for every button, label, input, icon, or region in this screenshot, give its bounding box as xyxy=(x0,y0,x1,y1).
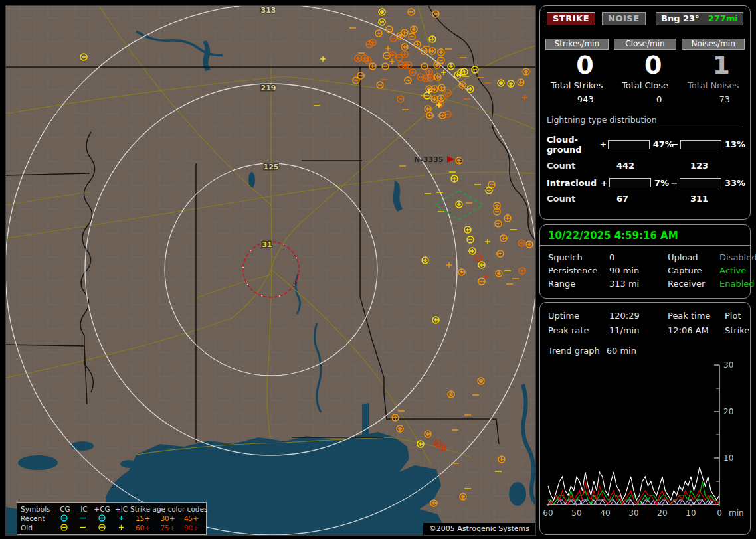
ring-label-125: 125 xyxy=(264,163,279,171)
age-30: 30+ xyxy=(155,514,180,523)
age-75: 75+ xyxy=(155,523,180,532)
svg-text:min: min xyxy=(729,508,744,518)
svg-text:30: 30 xyxy=(628,508,638,518)
status-label: Receiver xyxy=(668,279,719,289)
total-strikes-value: 943 xyxy=(545,94,609,104)
svg-text:30: 30 xyxy=(723,360,733,370)
svg-text:20: 20 xyxy=(657,508,667,518)
ic-negative-pct: 33% xyxy=(723,178,743,188)
status-value: Active xyxy=(719,266,756,275)
peak-rate-label: Peak rate xyxy=(548,325,609,335)
ic-positive-bar xyxy=(609,178,651,187)
distribution-title: Lightning type distribution xyxy=(547,115,743,127)
bearing-distance: 277mi xyxy=(708,13,738,23)
legend-age-header: Strike age color codes xyxy=(130,504,203,514)
legend-col-ic-pos: +IC xyxy=(112,504,130,514)
bearing-display: Bng 23° 277mi xyxy=(656,12,743,25)
plot-type-value: Strike xyxy=(725,325,749,335)
age-90: 90+ xyxy=(180,523,203,532)
status-label: Squelch xyxy=(548,252,609,262)
status-grid: Squelch0UploadDisabledPersistence90 minC… xyxy=(540,246,750,289)
ring-label-31: 31 xyxy=(262,240,272,249)
ic-positive-count: 67 xyxy=(616,194,690,204)
status-value: 0 xyxy=(609,252,668,262)
legend-col-cg-neg: -CG xyxy=(54,504,74,514)
trend-window-value: 60 min xyxy=(607,346,636,356)
count-label: Count xyxy=(547,194,616,204)
app-root: { "header": { "strike_button": "STRIKE",… xyxy=(0,0,756,539)
strike-counter-panel: STRIKE NOISE Bng 23° 277mi Strikes/min 0… xyxy=(539,5,751,220)
status-panel: 10/22/2025 4:59:16 AM Squelch0UploadDisa… xyxy=(539,224,751,299)
minus-icon xyxy=(78,523,87,532)
trend-graph: 1020306050403020100min xyxy=(543,357,749,524)
svg-text:0: 0 xyxy=(717,508,722,518)
cloud-ground-row: Cloud-ground + 47% − 13% xyxy=(547,135,743,155)
noises-per-min-value: 1 xyxy=(682,52,745,79)
status-value: 90 min xyxy=(609,266,668,275)
plot-label: Plot xyxy=(725,311,749,321)
svg-text:10: 10 xyxy=(686,508,696,518)
age-45: 45+ xyxy=(180,514,203,523)
copyright-text: ©2005 Astrogenic Systems xyxy=(423,523,535,535)
status-value: 313 mi xyxy=(609,279,668,289)
cg-negative-pct: 13% xyxy=(723,139,743,149)
legend-col-ic-neg: -IC xyxy=(74,504,92,514)
cg-positive-count: 442 xyxy=(616,161,690,171)
plus-sign: + xyxy=(601,178,607,188)
strikes-per-min-label: Strikes/min xyxy=(545,38,609,50)
cloud-ground-count-row: Count 442 123 xyxy=(547,161,743,171)
stats-grid: Uptime 120:29 Peak time Plot Peak rate 1… xyxy=(540,303,750,335)
legend-symbols-header: Symbols xyxy=(21,504,54,514)
strike-toggle-button[interactable]: STRIKE xyxy=(547,12,595,25)
count-label: Count xyxy=(547,161,616,171)
svg-text:50: 50 xyxy=(571,508,581,518)
status-value: Enabled xyxy=(719,279,756,289)
close-per-min-label: Close/min xyxy=(614,38,677,50)
intracloud-count-row: Count 67 311 xyxy=(547,194,743,204)
uptime-value: 120:29 xyxy=(609,311,668,321)
svg-text:20: 20 xyxy=(723,407,733,416)
uptime-label: Uptime xyxy=(548,311,609,321)
circle-plus-icon xyxy=(98,514,106,522)
noises-per-min-label: Noises/min xyxy=(682,38,745,50)
total-strikes-label: Total Strikes xyxy=(545,80,609,90)
strikes-per-min-value: 0 xyxy=(545,52,609,79)
noise-toggle-button[interactable]: NOISE xyxy=(602,12,646,25)
status-label: Upload xyxy=(668,252,719,262)
peak-rate-value: 11/min xyxy=(609,325,668,335)
svg-text:10: 10 xyxy=(723,453,733,463)
plus-sign: + xyxy=(599,139,606,149)
ic-negative-count: 311 xyxy=(690,194,708,204)
strikes-per-min-column: Strikes/min 0 Total Strikes 943 xyxy=(545,38,609,104)
plus-icon xyxy=(117,514,126,522)
ic-positive-pct: 7% xyxy=(653,178,671,188)
circle-minus-icon xyxy=(60,514,68,522)
peak-time-label: Peak time xyxy=(668,311,725,321)
intracloud-label: Intracloud xyxy=(547,178,601,188)
status-label: Persistence xyxy=(548,266,609,275)
cg-positive-bar xyxy=(608,140,649,149)
cg-negative-count: 123 xyxy=(690,161,708,171)
total-close-label: Total Close xyxy=(614,80,677,90)
ring-label-219: 219 xyxy=(261,84,276,92)
storm-cell-label: N-3335 xyxy=(414,155,443,164)
lightning-distribution-section: Lightning type distribution Cloud-ground… xyxy=(540,104,750,204)
map-canvas[interactable]: 31 125 219 313 N-3335 2 xyxy=(6,6,535,535)
cg-negative-bar xyxy=(680,140,721,149)
close-per-min-value: 0 xyxy=(614,52,677,79)
cg-positive-pct: 47% xyxy=(652,139,672,149)
bearing-label: Bng 23° xyxy=(661,13,700,23)
lightning-map[interactable]: 31 125 219 313 N-3335 2 Symbols -CG -IC … xyxy=(5,5,536,536)
cloud-ground-label: Cloud-ground xyxy=(547,135,599,155)
svg-text:60: 60 xyxy=(543,508,553,518)
circle-plus-icon xyxy=(98,523,106,532)
status-value: Disabled xyxy=(719,252,756,262)
ic-negative-bar xyxy=(680,178,721,187)
legend-col-cg-pos: +CG xyxy=(92,504,112,514)
total-noises-value: 73 xyxy=(682,94,745,104)
plus-icon xyxy=(117,523,126,532)
circle-minus-icon xyxy=(60,523,68,532)
total-close-value: 0 xyxy=(614,94,677,104)
peak-time-value: 12:06 AM xyxy=(668,325,725,335)
map-legend: Symbols -CG -IC +CG +IC Strike age color… xyxy=(17,502,207,535)
